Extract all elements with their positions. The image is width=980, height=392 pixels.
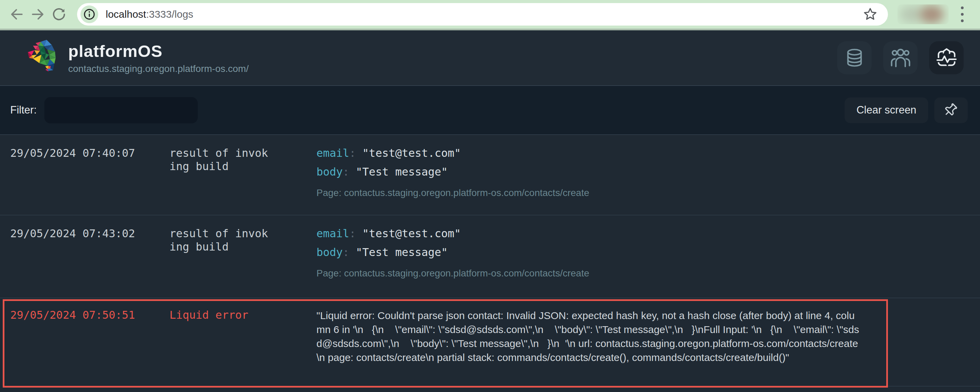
logs-pulse-icon — [936, 48, 957, 68]
menu-dot — [961, 6, 964, 9]
profile-avatar[interactable] — [897, 5, 949, 24]
forward-arrow-icon — [30, 6, 46, 22]
filter-input[interactable] — [45, 97, 198, 124]
kv-separator: : — [343, 246, 349, 259]
log-row-error: 29/05/2024 07:50:51 Liquid error "Liquid… — [3, 299, 888, 387]
log-message: email:"test@test.com" body:"Test message… — [317, 227, 876, 298]
app-title: platformOS — [68, 41, 248, 61]
info-icon — [84, 8, 95, 20]
kv-separator: : — [349, 147, 356, 160]
bookmark-button[interactable] — [861, 5, 879, 23]
log-message: email:"test@test.com" body:"Test message… — [317, 147, 876, 215]
kv-key: email — [317, 227, 349, 240]
pin-button[interactable] — [934, 97, 968, 123]
browser-toolbar: localhost:3333/logs — [0, 0, 980, 29]
log-row: 29/05/2024 07:40:07 result of invoking b… — [0, 135, 980, 216]
logs-page: localhost:3333/logs — [0, 0, 980, 392]
brand-block: platformOS contactus.staging.oregon.plat… — [68, 41, 248, 74]
app-header: platformOS contactus.staging.oregon.plat… — [0, 30, 980, 86]
back-arrow-icon — [9, 6, 25, 22]
kv-key: body — [317, 165, 343, 178]
clear-screen-button[interactable]: Clear screen — [845, 97, 928, 123]
pin-icon — [943, 102, 959, 118]
url-path: :3333/logs — [146, 8, 193, 20]
database-icon — [845, 48, 864, 68]
back-button[interactable] — [6, 4, 27, 25]
filter-label: Filter: — [10, 104, 37, 116]
kv-value: "test@test.com" — [363, 227, 461, 240]
log-page-url: Page: contactus.staging.oregon.platform-… — [317, 187, 876, 198]
url-host: localhost — [106, 8, 146, 20]
nav-users-button[interactable] — [883, 41, 918, 74]
kv-separator: : — [343, 165, 349, 178]
log-kv-pair: email:"test@test.com" — [317, 147, 876, 160]
filter-bar: Filter: Clear screen — [0, 86, 980, 135]
log-page-url: Page: contactus.staging.oregon.platform-… — [317, 268, 876, 279]
users-icon — [890, 48, 911, 68]
forward-button[interactable] — [27, 4, 48, 25]
kv-value: "Test message" — [356, 246, 448, 259]
log-table: 29/05/2024 07:40:07 result of invoking b… — [0, 135, 980, 392]
platformos-logo — [25, 38, 64, 78]
log-type: Liquid error — [169, 308, 270, 322]
kv-value: "Test message" — [356, 165, 448, 178]
browser-menu-button[interactable] — [953, 4, 972, 25]
log-row-error-wrapper: 29/05/2024 07:50:51 Liquid error "Liquid… — [0, 299, 980, 392]
row-divider — [888, 386, 980, 387]
site-info-chip[interactable] — [81, 5, 98, 23]
kv-value: "test@test.com" — [363, 147, 461, 160]
log-kv-pair: body:"Test message" — [317, 165, 876, 179]
error-message: "Liquid error: Couldn't parse json conta… — [317, 308, 862, 386]
log-timestamp: 29/05/2024 07:50:51 — [10, 308, 169, 386]
menu-dot — [961, 13, 964, 16]
address-bar[interactable]: localhost:3333/logs — [77, 3, 888, 25]
log-timestamp: 29/05/2024 07:43:02 — [10, 227, 169, 298]
avatar-blur-right — [919, 5, 944, 24]
log-type: result of invoking build — [169, 227, 270, 254]
nav-database-button[interactable] — [837, 41, 872, 74]
log-timestamp: 29/05/2024 07:40:07 — [10, 147, 169, 215]
reload-button[interactable] — [48, 4, 70, 25]
kv-key: email — [317, 147, 349, 160]
reload-icon — [51, 7, 67, 22]
url-text: localhost:3333/logs — [106, 8, 861, 20]
log-kv-pair: email:"test@test.com" — [317, 227, 876, 240]
instance-url: contactus.staging.oregon.platform-os.com… — [68, 63, 248, 74]
menu-dot — [961, 19, 964, 22]
nav-logs-button[interactable] — [929, 41, 964, 74]
log-row: 29/05/2024 07:43:02 result of invoking b… — [0, 216, 980, 298]
star-icon — [862, 6, 878, 22]
kv-key: body — [317, 246, 343, 259]
kv-separator: : — [349, 227, 356, 240]
log-type: result of invoking build — [169, 147, 270, 173]
log-kv-pair: body:"Test message" — [317, 246, 876, 259]
